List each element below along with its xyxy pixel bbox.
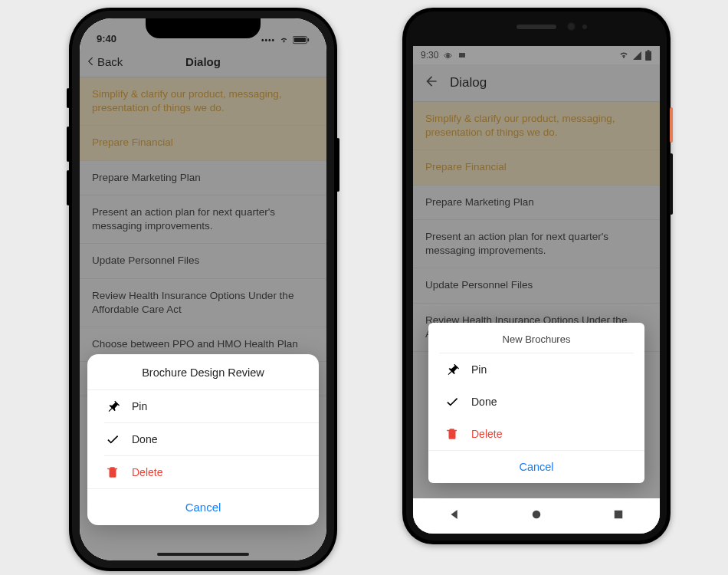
check-icon [106,432,120,446]
action-cancel[interactable]: Cancel [428,450,644,483]
sheet-title: Brochure Design Review [87,354,319,390]
volume-rocker [670,153,673,215]
check-icon [445,395,459,409]
trash-icon [106,465,120,479]
iphone-screen: 9:40 •••• Back Dialog Simplify & clarify… [80,18,326,560]
pin-icon [106,399,120,413]
action-delete[interactable]: Delete [428,418,644,450]
volume-up-button [67,127,70,162]
ios-action-sheet: Brochure Design Review Pin Done Delete C… [87,354,319,525]
volume-down-button [67,170,70,205]
mute-switch [67,88,70,108]
front-camera [567,22,576,31]
svg-rect-8 [615,511,623,519]
action-done[interactable]: Done [87,423,319,455]
action-delete-label: Delete [471,428,502,440]
speaker-grille [516,25,556,29]
square-recents-icon [612,508,625,521]
action-done-label: Done [132,433,157,445]
action-done[interactable]: Done [428,386,644,418]
action-delete[interactable]: Delete [87,456,319,488]
triangle-back-icon [448,508,461,521]
sensor [582,25,587,29]
action-pin[interactable]: Pin [87,390,319,422]
nav-back-button[interactable] [448,508,461,524]
android-system-nav [413,498,660,534]
pin-icon [445,363,459,376]
action-done-label: Done [471,396,497,408]
circle-home-icon [530,508,543,521]
sheet-title: New Brochures [428,323,644,353]
action-cancel[interactable]: Cancel [87,488,319,525]
pixel-device-frame: 9:30 Dialog Simplify & clarify our produ… [402,8,671,544]
home-indicator[interactable] [157,553,249,556]
action-pin-label: Pin [471,363,487,376]
trash-icon [445,427,459,441]
power-button [670,107,673,143]
action-pin-label: Pin [132,400,147,412]
action-delete-label: Delete [132,466,162,478]
nav-home-button[interactable] [530,508,543,524]
power-button [336,138,339,192]
nav-recents-button[interactable] [612,508,625,524]
action-pin[interactable]: Pin [428,353,644,386]
iphone-device-frame: 9:40 •••• Back Dialog Simplify & clarify… [69,8,337,571]
iphone-notch [146,18,261,38]
svg-point-7 [533,511,541,519]
pixel-screen: 9:30 Dialog Simplify & clarify our produ… [413,46,660,534]
android-action-dialog: New Brochures Pin Done Delete Cancel [428,323,644,483]
